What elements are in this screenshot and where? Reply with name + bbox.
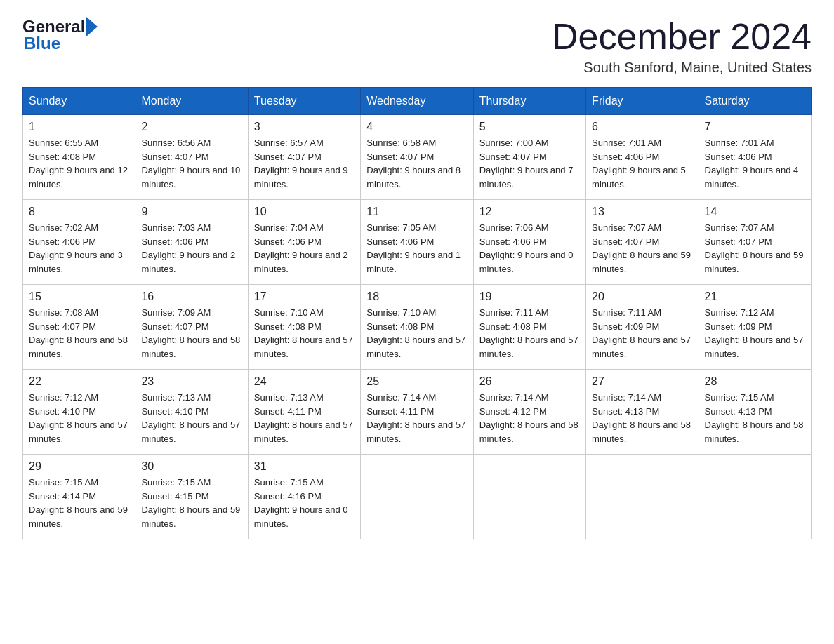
day-info: Sunrise: 7:01 AMSunset: 4:06 PMDaylight:… [705,136,805,191]
col-header-tuesday: Tuesday [248,88,360,115]
day-info: Sunrise: 7:15 AMSunset: 4:16 PMDaylight:… [254,476,355,530]
day-number: 9 [141,206,241,218]
day-info: Sunrise: 7:12 AMSunset: 4:10 PMDaylight:… [29,391,129,445]
month-title: December 2024 [552,17,812,57]
calendar-cell: 4Sunrise: 6:58 AMSunset: 4:07 PMDaylight… [361,115,473,200]
day-number: 30 [141,460,241,473]
calendar-header-row: SundayMondayTuesdayWednesdayThursdayFrid… [23,88,812,115]
day-number: 1 [29,121,129,133]
day-number: 6 [592,121,692,133]
calendar-cell: 28Sunrise: 7:15 AMSunset: 4:13 PMDayligh… [699,370,811,455]
day-number: 22 [29,375,129,388]
day-info: Sunrise: 7:11 AMSunset: 4:08 PMDaylight:… [479,306,580,361]
day-info: Sunrise: 7:02 AMSunset: 4:06 PMDaylight:… [29,221,129,276]
day-info: Sunrise: 7:13 AMSunset: 4:11 PMDaylight:… [254,391,355,445]
col-header-monday: Monday [135,88,248,115]
calendar-cell: 1Sunrise: 6:55 AMSunset: 4:08 PMDaylight… [23,115,135,200]
calendar-cell: 10Sunrise: 7:04 AMSunset: 4:06 PMDayligh… [248,200,360,285]
day-number: 5 [479,121,580,133]
col-header-friday: Friday [586,88,699,115]
calendar-cell: 18Sunrise: 7:10 AMSunset: 4:08 PMDayligh… [361,285,473,370]
day-number: 2 [141,121,241,133]
day-info: Sunrise: 6:57 AMSunset: 4:07 PMDaylight:… [254,136,355,191]
calendar-cell: 25Sunrise: 7:14 AMSunset: 4:11 PMDayligh… [361,370,473,455]
day-number: 29 [29,460,129,473]
calendar-table: SundayMondayTuesdayWednesdayThursdayFrid… [22,87,812,539]
day-number: 10 [254,206,355,218]
calendar-cell: 31Sunrise: 7:15 AMSunset: 4:16 PMDayligh… [248,455,360,539]
calendar-cell [699,455,811,539]
calendar-cell: 19Sunrise: 7:11 AMSunset: 4:08 PMDayligh… [473,285,585,370]
day-number: 15 [29,290,129,303]
title-block: December 2024 South Sanford, Maine, Unit… [552,17,812,76]
day-info: Sunrise: 7:03 AMSunset: 4:06 PMDaylight:… [141,221,241,276]
day-info: Sunrise: 7:00 AMSunset: 4:07 PMDaylight:… [479,136,580,191]
calendar-cell: 16Sunrise: 7:09 AMSunset: 4:07 PMDayligh… [135,285,248,370]
day-info: Sunrise: 7:07 AMSunset: 4:07 PMDaylight:… [705,221,805,276]
calendar-cell: 12Sunrise: 7:06 AMSunset: 4:06 PMDayligh… [473,200,585,285]
calendar-cell: 11Sunrise: 7:05 AMSunset: 4:06 PMDayligh… [361,200,473,285]
day-info: Sunrise: 7:04 AMSunset: 4:06 PMDaylight:… [254,221,355,276]
calendar-cell: 7Sunrise: 7:01 AMSunset: 4:06 PMDaylight… [699,115,811,200]
day-number: 31 [254,460,355,473]
day-info: Sunrise: 7:15 AMSunset: 4:14 PMDaylight:… [29,476,129,530]
calendar-cell: 30Sunrise: 7:15 AMSunset: 4:15 PMDayligh… [135,455,248,539]
day-number: 17 [254,290,355,303]
calendar-cell: 5Sunrise: 7:00 AMSunset: 4:07 PMDaylight… [473,115,585,200]
day-number: 14 [705,206,805,218]
day-info: Sunrise: 7:14 AMSunset: 4:13 PMDaylight:… [592,391,692,445]
day-info: Sunrise: 6:55 AMSunset: 4:08 PMDaylight:… [29,136,129,191]
day-number: 16 [141,290,241,303]
calendar-cell: 2Sunrise: 6:56 AMSunset: 4:07 PMDaylight… [135,115,248,200]
day-info: Sunrise: 6:56 AMSunset: 4:07 PMDaylight:… [141,136,241,191]
day-info: Sunrise: 7:10 AMSunset: 4:08 PMDaylight:… [366,306,467,361]
day-number: 23 [141,375,241,388]
calendar-cell [586,455,699,539]
calendar-cell: 21Sunrise: 7:12 AMSunset: 4:09 PMDayligh… [699,285,811,370]
day-number: 11 [366,206,467,218]
day-number: 13 [592,206,692,218]
day-number: 12 [479,206,580,218]
calendar-cell: 15Sunrise: 7:08 AMSunset: 4:07 PMDayligh… [23,285,135,370]
calendar-week-row: 22Sunrise: 7:12 AMSunset: 4:10 PMDayligh… [23,370,812,455]
col-header-wednesday: Wednesday [361,88,473,115]
day-info: Sunrise: 7:15 AMSunset: 4:15 PMDaylight:… [141,476,241,530]
calendar-cell: 20Sunrise: 7:11 AMSunset: 4:09 PMDayligh… [586,285,699,370]
day-number: 21 [705,290,805,303]
calendar-cell: 29Sunrise: 7:15 AMSunset: 4:14 PMDayligh… [23,455,135,539]
calendar-cell: 8Sunrise: 7:02 AMSunset: 4:06 PMDaylight… [23,200,135,285]
day-number: 28 [705,375,805,388]
calendar-cell: 22Sunrise: 7:12 AMSunset: 4:10 PMDayligh… [23,370,135,455]
day-number: 7 [705,121,805,133]
day-number: 8 [29,206,129,218]
day-info: Sunrise: 7:07 AMSunset: 4:07 PMDaylight:… [592,221,692,276]
logo: General Blue [22,17,98,53]
day-info: Sunrise: 7:08 AMSunset: 4:07 PMDaylight:… [29,306,129,361]
day-number: 26 [479,375,580,388]
day-info: Sunrise: 7:13 AMSunset: 4:10 PMDaylight:… [141,391,241,445]
calendar-week-row: 15Sunrise: 7:08 AMSunset: 4:07 PMDayligh… [23,285,812,370]
calendar-cell: 14Sunrise: 7:07 AMSunset: 4:07 PMDayligh… [699,200,811,285]
day-info: Sunrise: 7:12 AMSunset: 4:09 PMDaylight:… [705,306,805,361]
col-header-sunday: Sunday [23,88,135,115]
day-number: 27 [592,375,692,388]
calendar-cell: 13Sunrise: 7:07 AMSunset: 4:07 PMDayligh… [586,200,699,285]
day-number: 20 [592,290,692,303]
col-header-saturday: Saturday [699,88,811,115]
calendar-cell: 9Sunrise: 7:03 AMSunset: 4:06 PMDaylight… [135,200,248,285]
logo-arrow-icon [86,17,98,36]
day-info: Sunrise: 7:11 AMSunset: 4:09 PMDaylight:… [592,306,692,361]
calendar-cell [473,455,585,539]
day-info: Sunrise: 7:10 AMSunset: 4:08 PMDaylight:… [254,306,355,361]
calendar-cell: 6Sunrise: 7:01 AMSunset: 4:06 PMDaylight… [586,115,699,200]
col-header-thursday: Thursday [473,88,585,115]
day-info: Sunrise: 7:14 AMSunset: 4:12 PMDaylight:… [479,391,580,445]
calendar-cell: 27Sunrise: 7:14 AMSunset: 4:13 PMDayligh… [586,370,699,455]
day-number: 24 [254,375,355,388]
calendar-week-row: 8Sunrise: 7:02 AMSunset: 4:06 PMDaylight… [23,200,812,285]
logo-blue-text: Blue [22,34,60,53]
calendar-week-row: 29Sunrise: 7:15 AMSunset: 4:14 PMDayligh… [23,455,812,539]
day-info: Sunrise: 7:01 AMSunset: 4:06 PMDaylight:… [592,136,692,191]
day-number: 19 [479,290,580,303]
day-info: Sunrise: 7:05 AMSunset: 4:06 PMDaylight:… [366,221,467,276]
